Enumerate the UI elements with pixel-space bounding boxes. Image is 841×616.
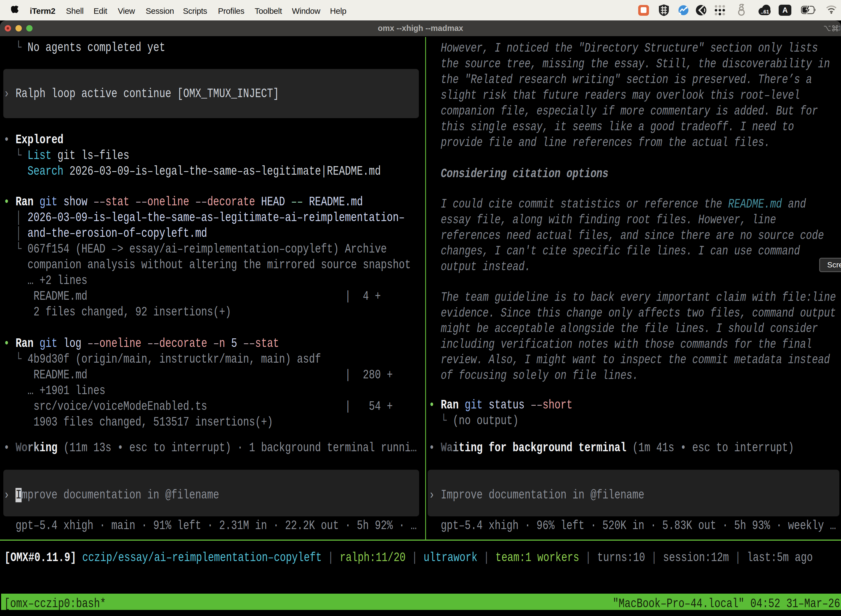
svg-text:..61: ..61	[761, 9, 769, 15]
svg-text:1: 1	[838, 25, 840, 32]
